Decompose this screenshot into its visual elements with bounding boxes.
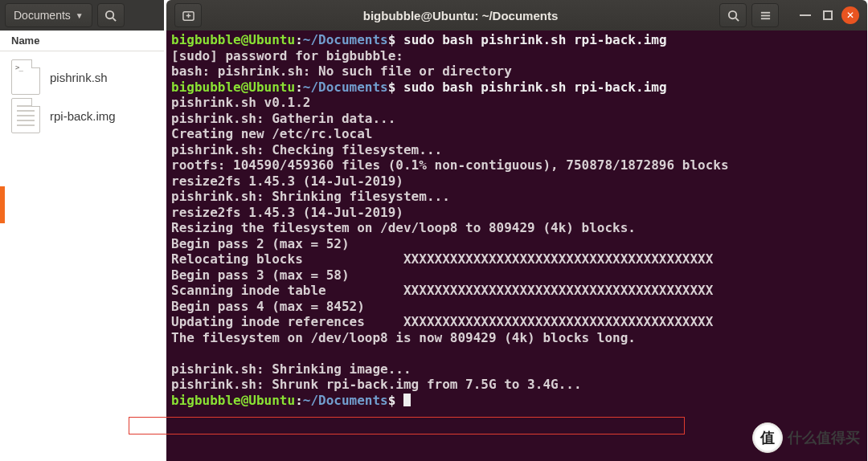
- file-item[interactable]: pishrink.sh: [8, 58, 156, 96]
- file-item[interactable]: rpi-back.img: [8, 96, 156, 135]
- file-text-icon: [11, 98, 40, 133]
- svg-point-0: [106, 10, 113, 18]
- svg-point-5: [728, 10, 735, 18]
- search-icon: [104, 10, 117, 22]
- new-tab-button[interactable]: [174, 3, 202, 27]
- activity-indicator: [0, 186, 5, 223]
- window-title: bigbubble@Ubuntu: ~/Documents: [207, 9, 714, 22]
- menu-button[interactable]: [751, 3, 779, 27]
- term-line: pishrink.sh: Shrinking filesystem...: [171, 189, 450, 204]
- command-text: sudo bash pishrink.sh rpi-back.img: [403, 32, 667, 47]
- terminal-output[interactable]: bigbubble@Ubuntu:~/Documents$ sudo bash …: [166, 31, 867, 461]
- breadcrumb-label: Documents: [14, 9, 71, 22]
- chevron-down-icon: ▼: [76, 11, 84, 20]
- term-line: pishrink.sh: Checking filesystem...: [171, 142, 442, 157]
- titlebar: bigbubble@Ubuntu: ~/Documents ✕: [166, 0, 867, 31]
- term-line: pishrink.sh v0.1.2: [171, 95, 310, 110]
- prompt-userhost: bigbubble@Ubuntu: [171, 32, 295, 47]
- svg-line-6: [735, 18, 739, 21]
- column-header-name[interactable]: Name: [0, 31, 164, 51]
- file-script-icon: [11, 59, 40, 95]
- prompt-path: ~/Documents: [303, 80, 388, 95]
- watermark-overlay: 值 什么值得买: [752, 422, 860, 453]
- breadcrumb[interactable]: Documents ▼: [5, 3, 92, 27]
- term-line: Creating new /etc/rc.local: [171, 126, 372, 141]
- prompt-symbol: $: [388, 80, 396, 95]
- file-manager: Documents ▼ Name pishrink.sh rpi-back.im…: [0, 0, 164, 461]
- term-line: The filesystem on /dev/loop8 is now 8094…: [171, 330, 636, 345]
- prompt-colon: :: [295, 393, 303, 408]
- svg-line-1: [113, 18, 117, 21]
- file-list: pishrink.sh rpi-back.img: [0, 51, 164, 461]
- term-line: bash: pishrink.sh: No such file or direc…: [171, 63, 512, 79]
- prompt-userhost: bigbubble@Ubuntu: [171, 393, 295, 408]
- term-line: Begin pass 4 (max = 8452): [171, 299, 365, 314]
- file-name: pishrink.sh: [50, 71, 108, 84]
- prompt-userhost: bigbubble@Ubuntu: [171, 80, 295, 95]
- command-text: sudo bash pishrink.sh rpi-back.img: [403, 80, 667, 95]
- term-line: resize2fs 1.45.3 (14-Jul-2019): [171, 173, 403, 189]
- search-icon: [727, 10, 739, 22]
- prompt-symbol: $: [388, 393, 396, 408]
- prompt-symbol: $: [388, 32, 396, 47]
- term-line: pishrink.sh: Shrunk rpi-back.img from 7.…: [171, 377, 582, 392]
- prompt-path: ~/Documents: [303, 32, 388, 47]
- term-line: pishrink.sh: Shrinking image...: [171, 361, 411, 377]
- minimize-button[interactable]: [796, 6, 814, 24]
- maximize-button[interactable]: [819, 6, 837, 24]
- term-line: Begin pass 3 (max = 58): [171, 267, 350, 283]
- file-name: rpi-back.img: [50, 109, 116, 123]
- minimize-icon: [800, 14, 811, 16]
- search-button[interactable]: [97, 3, 125, 27]
- maximize-icon: [823, 10, 833, 20]
- term-line: resize2fs 1.45.3 (14-Jul-2019): [171, 205, 403, 220]
- terminal-window: bigbubble@Ubuntu: ~/Documents ✕ bigbubbl…: [166, 0, 867, 461]
- term-line: [sudo] password for bigbubble:: [171, 48, 403, 63]
- watermark-badge: 值: [752, 422, 783, 453]
- search-terminal-button[interactable]: [719, 3, 747, 27]
- new-tab-icon: [182, 10, 194, 22]
- term-line: Begin pass 2 (max = 52): [171, 236, 350, 251]
- term-line: Updating inode references XXXXXXXXXXXXXX…: [171, 314, 713, 329]
- close-button[interactable]: ✕: [841, 6, 859, 24]
- prompt-path: ~/Documents: [303, 393, 388, 408]
- close-icon: ✕: [846, 10, 854, 21]
- term-line: rootfs: 104590/459360 files (0.1% non-co…: [171, 157, 729, 173]
- prompt-colon: :: [295, 32, 303, 47]
- term-line: Resizing the filesystem on /dev/loop8 to…: [171, 220, 636, 235]
- term-line: pishrink.sh: Gatherin data...: [171, 111, 395, 126]
- prompt-colon: :: [295, 80, 303, 95]
- watermark-text: 什么值得买: [788, 428, 860, 447]
- file-manager-header: Documents ▼: [0, 0, 164, 31]
- hamburger-icon: [760, 10, 772, 22]
- cursor: [403, 394, 411, 406]
- term-line: Scanning inode table XXXXXXXXXXXXXXXXXXX…: [171, 283, 713, 298]
- term-line: Relocating blocks XXXXXXXXXXXXXXXXXXXXXX…: [171, 251, 713, 267]
